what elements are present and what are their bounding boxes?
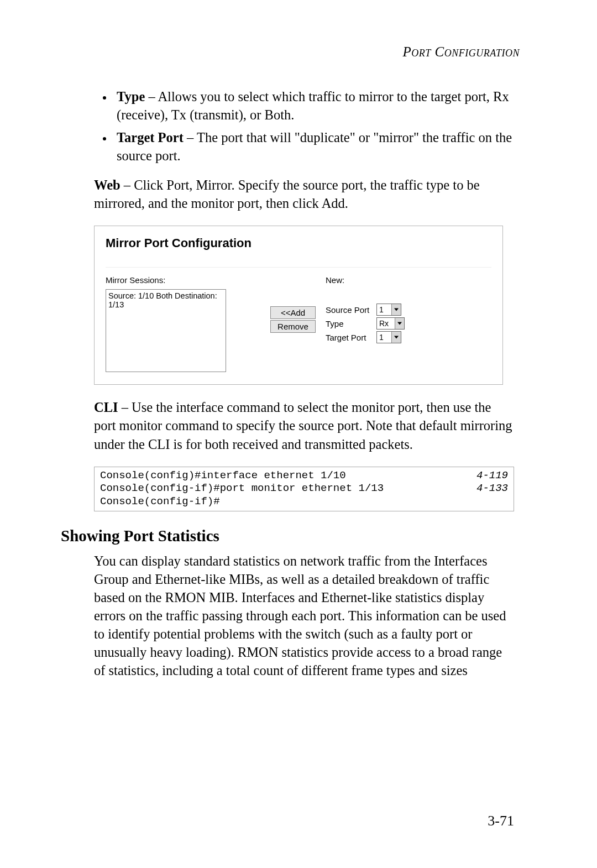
code-line: Console(config-if)# <box>100 495 508 509</box>
chevron-down-icon <box>391 332 401 343</box>
page-header: Port Configuration <box>61 44 520 60</box>
web-paragraph: Web – Click Port, Mirror. Specify the so… <box>94 176 514 212</box>
cli-code-block: Console(config)#interface ethernet 1/10 … <box>94 467 514 511</box>
section-heading: Showing Port Statistics <box>61 527 514 545</box>
bullet-type-desc: – Allows you to select which traffic to … <box>117 89 509 122</box>
bullet-type: Type – Allows you to select which traffi… <box>113 87 514 124</box>
code-ref: 4-119 <box>476 469 508 483</box>
add-button[interactable]: <<Add <box>270 306 316 319</box>
code-line: Console(config-if)#port monitor ethernet… <box>100 482 508 495</box>
section-text: You can display standard statistics on n… <box>94 552 514 679</box>
sessions-label: Mirror Sessions: <box>106 275 249 285</box>
remove-button[interactable]: Remove <box>270 320 316 333</box>
bullet-target-term: Target Port <box>117 130 184 145</box>
type-select[interactable]: Rx <box>376 317 405 330</box>
type-value: Rx <box>379 319 395 328</box>
code-cmd: Console(config)#interface ethernet 1/10 <box>100 469 346 483</box>
target-port-label: Target Port <box>326 333 376 342</box>
source-port-value: 1 <box>379 305 391 314</box>
type-label: Type <box>326 319 376 328</box>
web-rest: – Click Port, Mirror. Specify the source… <box>94 177 480 211</box>
mirror-port-panel: Mirror Port Configuration Mirror Session… <box>94 226 503 385</box>
code-cmd: Console(config-if)# <box>100 495 220 509</box>
field-bullets: Type – Allows you to select which traffi… <box>94 87 514 165</box>
cli-paragraph: CLI – Use the interface command to selec… <box>94 398 514 453</box>
code-cmd: Console(config-if)#port monitor ethernet… <box>100 482 384 495</box>
page-number: 3-71 <box>488 813 514 829</box>
bullet-type-term: Type <box>117 89 145 104</box>
code-ref: 4-133 <box>476 482 508 495</box>
header-title: Port Configuration <box>402 44 520 59</box>
new-label: New: <box>326 275 491 285</box>
chevron-down-icon <box>391 304 401 315</box>
cli-lead: CLI <box>94 400 118 415</box>
chevron-down-icon <box>395 318 404 329</box>
source-port-select[interactable]: 1 <box>376 304 401 316</box>
target-port-select[interactable]: 1 <box>376 331 401 343</box>
panel-title: Mirror Port Configuration <box>106 236 491 250</box>
bullet-target-port: Target Port – The port that will "duplic… <box>113 128 514 165</box>
web-lead: Web <box>94 177 121 192</box>
code-line: Console(config)#interface ethernet 1/10 … <box>100 469 508 483</box>
session-item[interactable]: Source: 1/10 Both Destination: 1/13 <box>108 291 223 309</box>
cli-rest: – Use the interface command to select th… <box>94 400 512 451</box>
target-port-value: 1 <box>379 333 391 342</box>
sessions-listbox[interactable]: Source: 1/10 Both Destination: 1/13 <box>106 289 226 372</box>
source-port-label: Source Port <box>326 305 376 315</box>
